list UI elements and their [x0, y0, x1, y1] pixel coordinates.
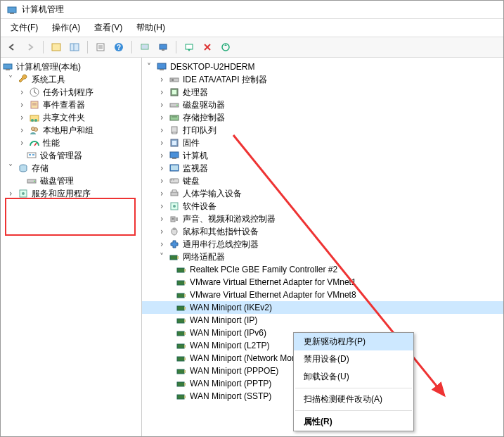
- expand-icon[interactable]: ›: [18, 87, 26, 97]
- expand-icon[interactable]: ›: [157, 125, 166, 135]
- device-label: 打印队列: [183, 125, 217, 137]
- ctx-uninstall-device[interactable]: 卸载设备(U): [294, 368, 413, 386]
- uninstall-button[interactable]: [199, 39, 216, 56]
- menu-action[interactable]: 操作(A): [46, 20, 86, 35]
- back-button[interactable]: [4, 39, 20, 56]
- devices-button[interactable]: [136, 39, 153, 56]
- toolbar: ?: [1, 37, 503, 58]
- expand-icon[interactable]: ›: [157, 201, 166, 211]
- tree-shared-folders[interactable]: › 共享文件夹: [1, 111, 141, 124]
- ctx-update-driver[interactable]: 更新驱动程序(P): [294, 333, 413, 350]
- svg-rect-83: [184, 345, 186, 348]
- expand-icon[interactable]: ›: [157, 75, 166, 84]
- expand-icon[interactable]: ›: [18, 100, 26, 110]
- device-category[interactable]: ›键盘: [142, 175, 503, 187]
- menu-view[interactable]: 查看(V): [89, 20, 128, 35]
- help-button[interactable]: ?: [110, 39, 127, 56]
- network-adapter-icon: [176, 391, 187, 402]
- expand-icon[interactable]: ›: [157, 100, 166, 110]
- forward-button[interactable]: [22, 39, 39, 56]
- collapse-icon[interactable]: ˅: [6, 163, 15, 173]
- device-label: Realtek PCIe GBE Family Controller #2: [190, 265, 337, 274]
- device-category[interactable]: ›计算机: [142, 149, 503, 162]
- update-driver-button[interactable]: [217, 39, 234, 56]
- tree-task-scheduler[interactable]: › 任务计划程序: [1, 86, 141, 99]
- device-tree[interactable]: ˅ DESKTOP-U2HDERM ›IDE ATA/ATAPI 控制器›处理器…: [142, 58, 503, 436]
- computer-management-window: 计算机管理 文件(F) 操作(A) 查看(V) 帮助(H) ? 计算机管理(本地…: [0, 0, 504, 437]
- collapse-icon[interactable]: ˅: [6, 75, 15, 84]
- panes-button[interactable]: [66, 39, 83, 56]
- network-adapter-item[interactable]: VMware Virtual Ethernet Adapter for VMne…: [142, 289, 503, 301]
- expand-icon[interactable]: ›: [157, 138, 166, 148]
- device-category[interactable]: ›监视器: [142, 162, 503, 175]
- expand-icon[interactable]: ›: [157, 189, 166, 198]
- expand-icon[interactable]: ›: [157, 214, 166, 224]
- collapse-icon[interactable]: ˅: [145, 62, 153, 72]
- properties-button[interactable]: [92, 39, 109, 56]
- device-root[interactable]: ˅ DESKTOP-U2HDERM: [142, 61, 503, 73]
- ctx-scan-hardware[interactable]: 扫描检测硬件改动(A): [294, 391, 413, 408]
- highlight-annotation: [5, 198, 136, 236]
- menu-file[interactable]: 文件(F): [5, 20, 44, 35]
- device-category[interactable]: ›处理器: [142, 86, 503, 99]
- ctx-properties[interactable]: 属性(R): [294, 413, 413, 431]
- expand-icon[interactable]: ›: [18, 138, 26, 148]
- tree-local-users[interactable]: › 本地用户和组: [1, 124, 141, 137]
- device-label: 软件设备: [183, 201, 217, 213]
- network-adapter-item[interactable]: WAN Miniport (IP): [142, 314, 503, 327]
- device-category[interactable]: ›鼠标和其他指针设备: [142, 225, 503, 238]
- device-category[interactable]: ›IDE ATA/ATAPI 控制器: [142, 73, 503, 86]
- category-icon: [169, 137, 180, 148]
- network-adapter-item[interactable]: WAN Miniport (IKEv2): [142, 301, 503, 314]
- svg-rect-91: [184, 395, 186, 398]
- scan-hardware-button[interactable]: [181, 39, 198, 56]
- network-adapter-item[interactable]: Realtek PCIe GBE Family Controller #2: [142, 263, 503, 276]
- menu-help[interactable]: 帮助(H): [131, 20, 171, 35]
- device-category[interactable]: ›软件设备: [142, 200, 503, 213]
- device-category[interactable]: ›人体学输入设备: [142, 187, 503, 200]
- tree-event-viewer[interactable]: › 事件查看器: [1, 99, 141, 111]
- tree-system-tools[interactable]: ˅ 系统工具: [1, 73, 141, 86]
- menubar: 文件(F) 操作(A) 查看(V) 帮助(H): [1, 19, 503, 37]
- expand-icon[interactable]: ›: [157, 163, 166, 173]
- device-category[interactable]: ›存储控制器: [142, 111, 503, 124]
- expand-icon[interactable]: ›: [18, 113, 26, 122]
- device-category[interactable]: ›磁盘驱动器: [142, 99, 503, 111]
- expand-icon[interactable]: ›: [157, 113, 166, 122]
- network-adapter-icon: [169, 251, 180, 262]
- expand-icon[interactable]: ›: [6, 189, 15, 198]
- expand-icon[interactable]: ›: [157, 176, 166, 186]
- ctx-disable-device[interactable]: 禁用设备(D): [294, 350, 413, 368]
- expand-icon[interactable]: ›: [18, 125, 26, 135]
- tree-label: 服务和应用程序: [32, 188, 91, 200]
- device-label: DESKTOP-U2HDERM: [170, 62, 254, 72]
- tree-storage[interactable]: ˅ 存储: [1, 162, 141, 175]
- computer-button[interactable]: [155, 39, 172, 56]
- console-tree[interactable]: 计算机管理(本地) ˅ 系统工具 › 任务计划程序 › 事件查看器 › 共享文件…: [1, 58, 142, 436]
- expand-icon[interactable]: ›: [157, 227, 166, 236]
- tree-performance[interactable]: › 性能: [1, 137, 141, 149]
- tree-device-manager[interactable]: 设备管理器: [1, 149, 141, 162]
- clock-icon: [29, 87, 40, 98]
- category-network-adapters[interactable]: ˅ 网络适配器: [142, 251, 503, 263]
- svg-rect-88: [177, 382, 184, 386]
- performance-icon: [29, 137, 40, 148]
- device-category[interactable]: ›固件: [142, 137, 503, 149]
- svg-point-64: [172, 218, 174, 220]
- menu-separator: [295, 388, 412, 388]
- expand-icon[interactable]: ›: [157, 151, 166, 160]
- device-category[interactable]: ›声音、视频和游戏控制器: [142, 213, 503, 225]
- collapse-icon[interactable]: ˅: [157, 252, 166, 262]
- device-category[interactable]: ›打印队列: [142, 124, 503, 137]
- show-console-tree-button[interactable]: [48, 39, 65, 56]
- svg-rect-56: [171, 165, 178, 170]
- network-adapter-icon: [176, 315, 187, 326]
- svg-text:?: ?: [117, 44, 121, 51]
- device-category[interactable]: ›通用串行总线控制器: [142, 238, 503, 251]
- tree-disk-management[interactable]: 磁盘管理: [1, 175, 141, 187]
- tree-services-apps[interactable]: › 服务和应用程序: [1, 187, 141, 200]
- tree-root[interactable]: 计算机管理(本地): [1, 61, 141, 73]
- expand-icon[interactable]: ›: [157, 87, 166, 97]
- expand-icon[interactable]: ›: [157, 239, 166, 249]
- network-adapter-item[interactable]: VMware Virtual Ethernet Adapter for VMne…: [142, 276, 503, 289]
